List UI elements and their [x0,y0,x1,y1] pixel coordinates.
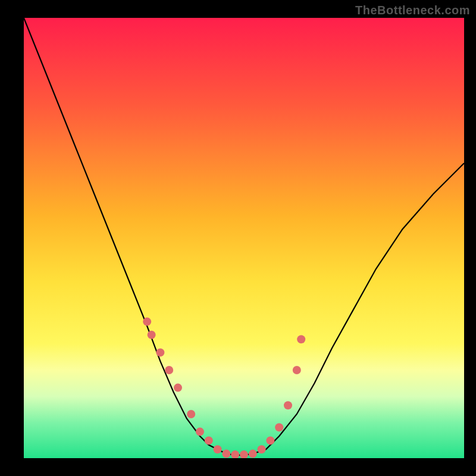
data-marker [258,445,266,453]
data-marker [297,335,305,343]
data-marker [222,450,230,458]
data-marker [156,348,164,356]
chart-frame: TheBottleneck.com [0,0,476,476]
data-marker [214,445,222,453]
data-marker [143,318,151,326]
data-marker [293,366,301,374]
chart-svg [24,18,464,458]
plot-area [24,18,464,458]
data-marker [284,401,292,409]
data-marker [196,428,204,436]
data-marker [165,366,173,374]
data-marker [174,384,182,392]
gradient-rect [24,18,464,458]
data-marker [148,331,156,339]
data-marker [249,450,257,458]
data-marker [266,436,274,444]
data-marker [205,436,213,444]
data-marker [275,423,283,431]
watermark-text: TheBottleneck.com [355,4,470,17]
data-marker [187,410,195,418]
